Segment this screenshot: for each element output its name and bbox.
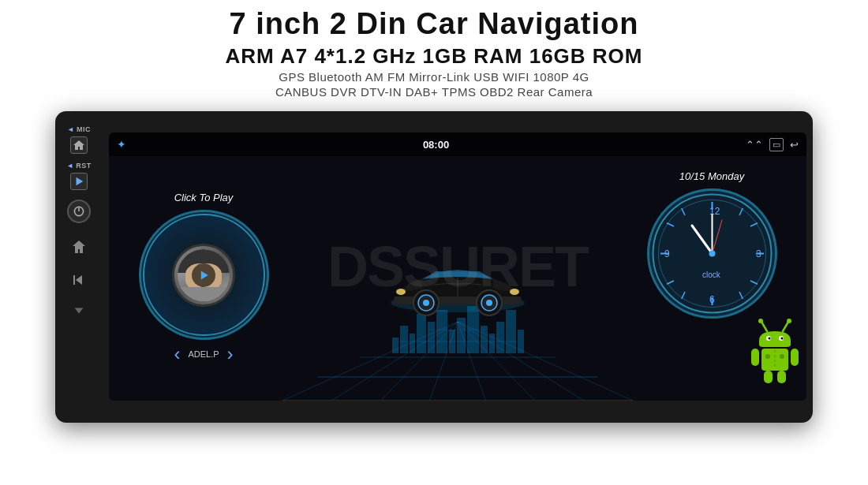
arrows-up-icon: ⌃⌃ bbox=[746, 139, 763, 151]
svg-line-52 bbox=[761, 322, 767, 331]
music-circle bbox=[139, 210, 269, 340]
screen-icon: ▭ bbox=[769, 138, 784, 151]
status-left: ✦ bbox=[117, 138, 126, 151]
clock-circle: 12 6 9 3 bbox=[647, 188, 777, 319]
svg-marker-4 bbox=[75, 308, 84, 313]
center-display bbox=[282, 156, 633, 401]
svg-line-13 bbox=[380, 322, 458, 401]
svg-point-59 bbox=[781, 337, 784, 339]
track-name: ADEL.P bbox=[188, 349, 219, 359]
svg-text:6: 6 bbox=[709, 294, 715, 305]
date-display: 10/15 Monday bbox=[679, 170, 744, 182]
rst-label: RST bbox=[76, 162, 92, 170]
device-wrapper: ◄ MIC ◄ RST bbox=[55, 111, 813, 427]
main-title: 7 inch 2 Din Car Navigation bbox=[0, 8, 868, 41]
prev-track-button[interactable]: ‹ bbox=[174, 343, 180, 365]
status-bar: ✦ 08:00 ⌃⌃ ▭ ↩ bbox=[109, 132, 806, 156]
svg-point-58 bbox=[769, 337, 771, 339]
svg-point-55 bbox=[787, 319, 791, 323]
svg-line-54 bbox=[783, 322, 788, 331]
car-radio-unit: ◄ MIC ◄ RST bbox=[55, 111, 813, 423]
click-to-play-label[interactable]: Click To Play bbox=[174, 192, 234, 203]
home-nav-button[interactable] bbox=[71, 239, 87, 258]
mic-label: MIC bbox=[77, 125, 91, 133]
right-display: 10/15 Monday bbox=[633, 170, 791, 387]
svg-line-18 bbox=[458, 322, 633, 401]
svg-point-53 bbox=[758, 319, 763, 323]
play-button-side[interactable] bbox=[70, 173, 88, 190]
android-robot bbox=[747, 317, 803, 387]
subtitle-specs: ARM A7 4*1.2 GHz 1GB RAM 16GB ROM bbox=[0, 44, 868, 69]
vinyl-play-btn[interactable] bbox=[192, 263, 215, 287]
svg-point-67 bbox=[780, 354, 784, 359]
svg-line-16 bbox=[458, 322, 535, 401]
svg-text:3: 3 bbox=[756, 248, 761, 259]
home-button[interactable] bbox=[70, 136, 88, 154]
svg-point-27 bbox=[396, 289, 406, 295]
track-controls: ‹ ADEL.P › bbox=[174, 343, 233, 365]
svg-line-14 bbox=[429, 322, 458, 401]
svg-marker-0 bbox=[77, 177, 84, 186]
svg-point-26 bbox=[510, 289, 519, 295]
status-time-display: 08:00 bbox=[423, 139, 449, 151]
car-image bbox=[379, 249, 537, 323]
screen-content: Click To Play bbox=[109, 156, 806, 401]
page-container: 7 inch 2 Din Car Navigation ARM A7 4*1.2… bbox=[0, 0, 868, 485]
bottom-arrow-button[interactable] bbox=[72, 304, 86, 321]
status-right: ⌃⌃ ▭ ↩ bbox=[746, 138, 799, 151]
svg-line-12 bbox=[331, 322, 458, 401]
power-button[interactable] bbox=[67, 200, 91, 223]
svg-rect-62 bbox=[791, 349, 799, 366]
svg-line-17 bbox=[458, 322, 584, 401]
svg-rect-61 bbox=[751, 349, 759, 366]
svg-point-22 bbox=[423, 300, 429, 306]
svg-text:clock: clock bbox=[702, 270, 721, 279]
next-track-button[interactable]: › bbox=[227, 343, 234, 365]
svg-point-66 bbox=[765, 354, 770, 359]
svg-text:12: 12 bbox=[709, 206, 720, 217]
features-row1: GPS Bluetooth AM FM Mirror-Link USB WIFI… bbox=[0, 70, 868, 84]
svg-point-25 bbox=[486, 300, 492, 306]
svg-text:9: 9 bbox=[664, 248, 670, 259]
back-icon: ↩ bbox=[790, 139, 799, 151]
svg-point-50 bbox=[709, 250, 715, 256]
svg-rect-63 bbox=[764, 371, 773, 383]
features-row2: CANBUS DVR DTV-IN DAB+ TPMS OBD2 Rear Ca… bbox=[0, 85, 868, 99]
svg-rect-64 bbox=[777, 371, 786, 383]
svg-line-15 bbox=[458, 322, 486, 401]
music-player: Click To Play bbox=[125, 192, 282, 365]
bluetooth-icon: ✦ bbox=[117, 138, 126, 151]
vinyl-outer bbox=[143, 214, 265, 336]
back-nav-button[interactable] bbox=[71, 272, 87, 291]
svg-line-11 bbox=[282, 322, 458, 401]
svg-marker-5 bbox=[201, 270, 208, 279]
header-section: 7 inch 2 Din Car Navigation ARM A7 4*1.2… bbox=[0, 0, 868, 105]
main-screen: DSSURET ✦ 08:00 ⌃⌃ ▭ ↩ bbox=[109, 132, 806, 401]
side-panel-left: ◄ MIC ◄ RST bbox=[55, 111, 103, 423]
